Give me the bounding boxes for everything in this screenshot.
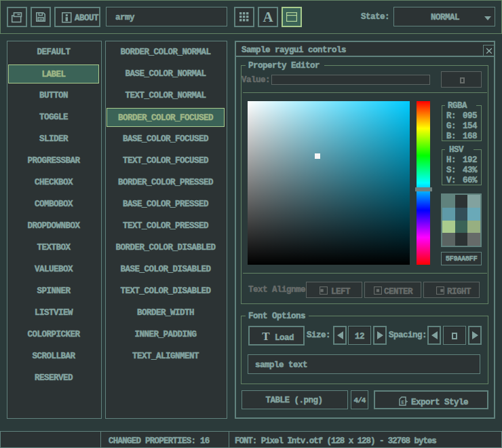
svg-text:T: T: [262, 330, 270, 342]
svg-text:E: E: [401, 400, 404, 405]
svg-text:A: A: [263, 10, 273, 24]
